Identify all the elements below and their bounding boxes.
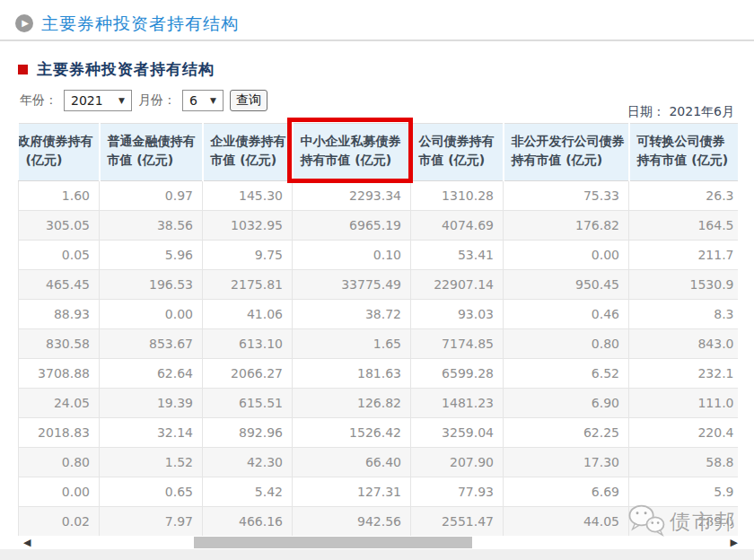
- red-square-bullet-icon: [18, 65, 28, 74]
- table-cell: 466.16: [203, 507, 293, 537]
- table-cell: 843.0: [629, 329, 739, 359]
- table-row: 0.055.969.750.1053.410.00211.7: [19, 241, 739, 270]
- section-title: 主要券种投资者持有结构: [37, 59, 215, 80]
- table-cell: 1.52: [100, 448, 203, 477]
- table-cell: 211.7: [629, 241, 739, 270]
- table-row: 0.801.5242.3066.40207.9017.3058.8: [19, 448, 739, 477]
- table-cell: 176.82: [504, 211, 629, 241]
- table-cell: 164.5: [629, 211, 739, 241]
- table-cell: 66.40: [293, 448, 411, 477]
- table-cell: 2175.81: [203, 270, 293, 300]
- table-cell: 19.39: [100, 389, 203, 418]
- table-cell: 2293.34: [293, 181, 411, 211]
- holdings-table-container: 政府债券持有(亿元)普通金融债持有市值 (亿元)企业债券持有市值 (亿元)中小企…: [18, 123, 738, 536]
- scroll-right-arrow-icon[interactable]: ▶: [731, 537, 738, 549]
- table-row: 0.027.97466.16942.562551.4744.05289.0: [19, 507, 739, 537]
- table-cell: 0.46: [504, 300, 629, 329]
- query-button[interactable]: 查询: [230, 90, 267, 111]
- table-cell: 44.05: [504, 507, 629, 537]
- table-row: 88.930.0041.0638.7293.030.468.3: [19, 300, 739, 329]
- table-cell: 58.8: [629, 448, 739, 477]
- date-label: 日期： 2021年6月: [627, 104, 734, 120]
- section-heading: 主要券种投资者持有结构: [18, 59, 215, 80]
- table-cell: 853.67: [100, 329, 203, 359]
- page-title: 主要券种投资者持有结构: [41, 13, 239, 36]
- table-cell: 6965.19: [293, 211, 411, 241]
- table-cell: 2018.83: [19, 418, 100, 448]
- table-cell: 2066.27: [203, 359, 293, 389]
- table-cell: 6.52: [504, 359, 629, 389]
- page-header: ▶ 主要券种投资者持有结构: [0, 0, 754, 41]
- table-cell: 1.65: [293, 329, 411, 359]
- table-cell: 9.75: [203, 241, 293, 270]
- month-select-value: 6: [189, 93, 197, 108]
- table-cell: 24.05: [19, 389, 100, 418]
- table-row: 1.600.97145.302293.341310.2875.3326.3: [19, 181, 739, 211]
- month-select[interactable]: 6 ▼: [182, 90, 224, 111]
- table-cell: 289.0: [629, 507, 739, 537]
- horizontal-scrollbar[interactable]: ◀ ▶: [18, 537, 738, 549]
- column-header-5: 公司债券持有市值 (亿元): [411, 124, 504, 181]
- table-cell: 6599.28: [411, 359, 504, 389]
- column-header-4: 中小企业私募债券持有市值 (亿元): [293, 124, 411, 181]
- table-cell: 8.3: [629, 300, 739, 329]
- table-cell: 207.90: [411, 448, 504, 477]
- table-cell: 0.97: [100, 181, 203, 211]
- table-cell: 5.42: [203, 477, 293, 507]
- table-cell: 3259.04: [411, 418, 504, 448]
- table-cell: 942.56: [293, 507, 411, 537]
- table-cell: 53.41: [411, 241, 504, 270]
- table-cell: 0.65: [100, 477, 203, 507]
- table-cell: 0.10: [293, 241, 411, 270]
- table-cell: 181.63: [293, 359, 411, 389]
- table-cell: 3708.88: [19, 359, 100, 389]
- table-cell: 305.05: [19, 211, 100, 241]
- table-cell: 892.96: [203, 418, 293, 448]
- table-cell: 33775.49: [293, 270, 411, 300]
- year-select[interactable]: 2021 ▼: [64, 90, 132, 111]
- table-cell: 1530.9: [629, 270, 739, 300]
- table-cell: 615.51: [203, 389, 293, 418]
- table-cell: 0.00: [504, 241, 629, 270]
- table-row: 830.58853.67613.101.657174.850.80843.0: [19, 329, 739, 359]
- table-cell: 0.80: [19, 448, 100, 477]
- scrollbar-thumb[interactable]: [194, 537, 472, 548]
- table-cell: 62.25: [504, 418, 629, 448]
- column-header-1: 政府债券持有(亿元): [19, 124, 100, 181]
- table-cell: 17.30: [504, 448, 629, 477]
- month-label: 月份：: [138, 92, 176, 109]
- table-cell: 6.90: [504, 389, 629, 418]
- table-row: 465.45196.532175.8133775.4922907.14950.4…: [19, 270, 739, 300]
- table-cell: 613.10: [203, 329, 293, 359]
- arrow-circle-icon: ▶: [15, 14, 33, 32]
- table-cell: 88.93: [19, 300, 100, 329]
- scroll-left-arrow-icon[interactable]: ◀: [23, 537, 31, 549]
- table-row: 305.0538.561032.956965.194074.69176.8216…: [19, 211, 739, 241]
- table-cell: 830.58: [19, 329, 100, 359]
- column-header-6: 非公开发行公司债券持有市值 (亿元): [504, 124, 629, 181]
- column-header-2: 普通金融债持有市值 (亿元): [100, 124, 203, 181]
- chevron-down-icon: ▼: [118, 96, 125, 105]
- table-cell: 77.93: [411, 477, 504, 507]
- table-cell: 1481.23: [411, 389, 504, 418]
- table-cell: 0.05: [19, 241, 100, 270]
- year-select-value: 2021: [71, 93, 103, 108]
- table-cell: 75.33: [504, 181, 629, 211]
- table-cell: 1.60: [19, 181, 100, 211]
- table-cell: 111.0: [629, 389, 739, 418]
- table-cell: 38.56: [100, 211, 203, 241]
- column-header-7: 可转换公司债券持有市值 (亿元): [629, 124, 739, 181]
- table-cell: 93.03: [411, 300, 504, 329]
- table-cell: 950.45: [504, 270, 629, 300]
- table-cell: 0.80: [504, 329, 629, 359]
- table-cell: 22907.14: [411, 270, 504, 300]
- table-cell: 38.72: [293, 300, 411, 329]
- column-header-3: 企业债券持有市值 (亿元): [203, 124, 293, 181]
- table-cell: 42.30: [203, 448, 293, 477]
- table-cell: 1526.42: [293, 418, 411, 448]
- table-cell: 0.02: [19, 507, 100, 537]
- table-cell: 7.97: [100, 507, 203, 537]
- table-cell: 127.31: [293, 477, 411, 507]
- table-cell: 220.4: [629, 418, 739, 448]
- table-cell: 145.30: [203, 181, 293, 211]
